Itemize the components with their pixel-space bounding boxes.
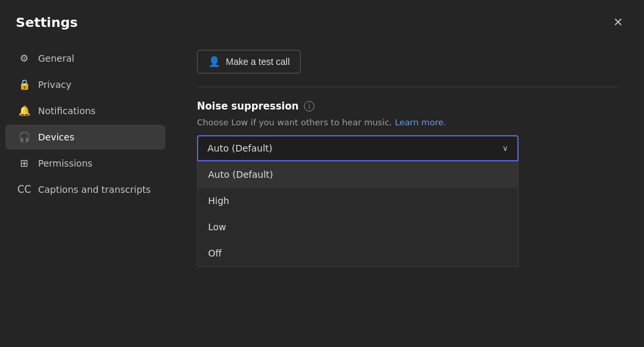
- sidebar-item-permissions[interactable]: ⊞Permissions: [5, 151, 165, 176]
- info-icon[interactable]: i: [304, 101, 314, 112]
- test-call-icon: 👤: [208, 56, 221, 68]
- sidebar-item-general[interactable]: ⚙General: [5, 46, 165, 71]
- dropdown-menu: Auto (Default)HighLowOff: [197, 161, 519, 267]
- permissions-icon: ⊞: [18, 157, 30, 169]
- sidebar-label-privacy: Privacy: [38, 79, 72, 90]
- sidebar: ⚙General🔒Privacy🔔Notifications🎧Devices⊞P…: [0, 39, 171, 347]
- noise-suppression-title: Noise suppression: [197, 100, 299, 112]
- sidebar-item-captions[interactable]: CCCaptions and transcripts: [5, 177, 165, 202]
- content-area: 👤 Make a test call Noise suppression i C…: [171, 39, 644, 347]
- noise-suppression-desc: Choose Low if you want others to hear mu…: [197, 117, 618, 127]
- modal-header: Settings ✕: [0, 0, 644, 39]
- sidebar-item-notifications[interactable]: 🔔Notifications: [5, 98, 165, 123]
- settings-modal: Settings ✕ ⚙General🔒Privacy🔔Notification…: [0, 0, 644, 347]
- captions-icon: CC: [18, 184, 30, 195]
- sidebar-label-general: General: [38, 53, 74, 64]
- test-call-label: Make a test call: [226, 56, 290, 67]
- sidebar-label-permissions: Permissions: [38, 158, 93, 169]
- test-call-button[interactable]: 👤 Make a test call: [197, 50, 301, 73]
- dropdown-option[interactable]: Low: [198, 214, 518, 240]
- dropdown-selected-value: Auto (Default): [207, 143, 272, 153]
- dropdown-option[interactable]: Auto (Default): [198, 161, 518, 188]
- notifications-icon: 🔔: [18, 105, 30, 117]
- modal-body: ⚙General🔒Privacy🔔Notifications🎧Devices⊞P…: [0, 39, 644, 347]
- close-button[interactable]: ✕: [607, 12, 628, 33]
- sidebar-label-captions: Captions and transcripts: [38, 184, 151, 195]
- dropdown-option[interactable]: Off: [198, 240, 518, 266]
- modal-title: Settings: [16, 14, 77, 30]
- sidebar-item-devices[interactable]: 🎧Devices: [5, 125, 165, 150]
- dropdown-button[interactable]: Auto (Default) ∨: [197, 135, 519, 161]
- sidebar-label-devices: Devices: [38, 132, 74, 142]
- general-icon: ⚙: [18, 52, 30, 64]
- close-icon: ✕: [613, 15, 623, 30]
- sidebar-item-privacy[interactable]: 🔒Privacy: [5, 72, 165, 97]
- sidebar-label-notifications: Notifications: [38, 106, 96, 116]
- noise-suppression-dropdown: Auto (Default) ∨ Auto (Default)HighLowOf…: [197, 135, 519, 161]
- noise-suppression-header: Noise suppression i: [197, 100, 618, 112]
- divider: [197, 87, 618, 87]
- chevron-down-icon: ∨: [502, 144, 508, 153]
- devices-icon: 🎧: [18, 131, 30, 143]
- privacy-icon: 🔒: [18, 79, 30, 91]
- learn-more-link[interactable]: Learn more.: [395, 117, 446, 127]
- dropdown-option[interactable]: High: [198, 188, 518, 214]
